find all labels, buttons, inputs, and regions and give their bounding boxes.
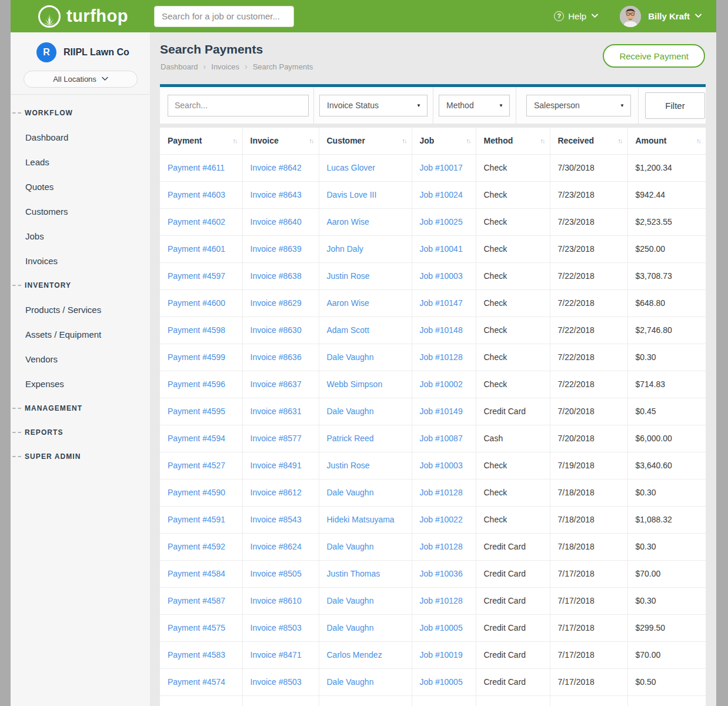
sidebar-item-expenses[interactable]: Expenses [11,371,150,396]
payment-link[interactable]: Payment #4590 [160,479,242,506]
method-select[interactable]: Method ▼ [439,95,510,116]
invoice-link[interactable]: Invoice #8640 [242,208,319,235]
invoice-link[interactable]: Invoice #8638 [242,262,319,289]
sort-icon[interactable]: ↑↓ [466,137,470,144]
payment-link[interactable]: Payment #4527 [160,452,242,479]
invoice-status-select[interactable]: Invoice Status ▼ [319,95,428,116]
invoice-link[interactable]: Invoice #8624 [242,533,319,560]
column-header-method[interactable]: Method↑↓ [476,128,550,154]
invoice-link[interactable]: Invoice #8630 [242,317,319,344]
payment-link[interactable]: Payment #4574 [160,668,242,695]
breadcrumb-item-dashboard[interactable]: Dashboard [161,62,198,71]
invoice-link[interactable]: Invoice #8471 [242,641,319,668]
customer-link[interactable]: Webb Simpson [319,371,412,398]
payment-link[interactable]: Payment #4584 [160,560,242,587]
invoice-link[interactable]: Invoice #8491 [242,452,319,479]
table-search-input[interactable] [168,95,309,116]
sort-icon[interactable]: ↑↓ [309,137,313,144]
job-link[interactable]: Job #10005 [412,614,476,641]
sidebar-section-reports[interactable]: REPORTS [11,420,150,444]
job-link[interactable]: Job #10025 [412,208,476,235]
payment-link[interactable]: Payment #4587 [160,587,242,614]
payment-link[interactable]: Payment #4611 [160,154,242,181]
invoice-link[interactable]: Invoice #8503 [242,614,319,641]
payment-link[interactable]: Payment #4591 [160,506,242,533]
column-header-received[interactable]: Received↑↓ [550,128,627,154]
sidebar-item-products-services[interactable]: Products / Services [11,297,150,322]
invoice-link[interactable]: Invoice #8642 [242,154,319,181]
sort-icon[interactable]: ↑↓ [618,137,622,144]
sidebar-section-inventory[interactable]: INVENTORY [11,273,150,297]
payment-link[interactable]: Payment #4599 [160,344,242,371]
receive-payment-button[interactable]: Receive Payment [603,44,705,68]
job-link[interactable]: Job #10003 [412,262,476,289]
invoice-link[interactable]: Invoice #8636 [242,344,319,371]
global-search-input[interactable] [154,6,294,27]
column-header-job[interactable]: Job↑↓ [412,128,476,154]
breadcrumb-item-invoices[interactable]: Invoices [211,62,239,71]
job-link[interactable]: Job #10003 [412,452,476,479]
sidebar-item-leads[interactable]: Leads [11,149,150,174]
column-header-amount[interactable]: Amount↑↓ [627,128,706,154]
payment-link[interactable]: Payment #4595 [160,398,242,425]
sidebar-item-customers[interactable]: Customers [11,199,150,224]
payment-link[interactable]: Payment #4575 [160,614,242,641]
help-menu[interactable]: ? Help [554,11,597,21]
payment-link[interactable]: Payment #4603 [160,181,242,208]
user-avatar[interactable] [620,6,641,27]
customer-link[interactable]: Justin Thomas [319,560,412,587]
customer-link[interactable]: Justin Rose [319,452,412,479]
job-link[interactable]: Job #10128 [412,533,476,560]
invoice-link[interactable]: Invoice #8543 [242,506,319,533]
customer-link[interactable]: Dale Vaughn [319,398,412,425]
customer-link[interactable]: Aaron Wise [319,208,412,235]
job-link[interactable]: Job #10019 [412,641,476,668]
user-menu-chevron-icon[interactable] [695,14,701,19]
location-selector[interactable]: All Locations [24,71,138,88]
job-link[interactable]: Job #10036 [412,560,476,587]
sort-icon[interactable]: ↑↓ [540,137,545,144]
sort-icon[interactable]: ↑↓ [402,137,406,144]
payment-link[interactable]: Payment #4601 [160,235,242,262]
invoice-link[interactable]: Invoice #8612 [242,479,319,506]
job-link[interactable]: Job #10022 [412,506,476,533]
customer-link[interactable]: Dale Vaughn [319,614,412,641]
job-link[interactable]: Job #10148 [412,317,476,344]
customer-link[interactable]: Dale Vaughn [319,344,412,371]
sidebar-item-assets-equipment[interactable]: Assets / Equipment [11,322,150,347]
sort-icon[interactable]: ↑↓ [233,137,237,144]
customer-link[interactable]: Justin Rose [319,262,412,289]
customer-link[interactable]: John Daly [319,235,412,262]
job-link[interactable]: Job #10017 [412,154,476,181]
invoice-link[interactable]: Invoice #8503 [242,668,319,695]
job-link[interactable]: Job #10041 [412,235,476,262]
invoice-link[interactable]: Invoice #8639 [242,235,319,262]
customer-link[interactable]: Dale Vaughn [319,479,412,506]
company-selector[interactable]: R RIIPL Lawn Co [36,42,150,62]
invoice-link[interactable]: Invoice #8505 [242,560,319,587]
customer-link[interactable]: Adam Scott [319,317,412,344]
sort-icon[interactable]: ↑↓ [696,137,700,144]
customer-link[interactable]: Patrick Reed [319,425,412,452]
customer-link[interactable]: Hideki Matsuyama [319,506,412,533]
sidebar-section-workflow[interactable]: WORKFLOW [11,101,150,125]
customer-link[interactable]: Davis Love III [319,181,412,208]
job-link[interactable]: Job #10147 [412,289,476,317]
sidebar-item-quotes[interactable]: Quotes [11,174,150,199]
customer-link[interactable]: Dale Vaughn [319,668,412,695]
job-link[interactable]: Job #10024 [412,181,476,208]
job-link[interactable]: Job #10128 [412,344,476,371]
customer-link[interactable]: Carlos Mendez [319,641,412,668]
job-link[interactable]: Job #10128 [412,587,476,614]
filter-button[interactable]: Filter [645,92,705,119]
column-header-payment[interactable]: Payment↑↓ [160,128,242,154]
job-link[interactable]: Job #10087 [412,425,476,452]
customer-link[interactable]: Dale Vaughn [319,533,412,560]
job-link[interactable]: Job #10128 [412,479,476,506]
customer-link[interactable]: Dale Vaughn [319,587,412,614]
sidebar-item-vendors[interactable]: Vendors [11,347,150,371]
payment-link[interactable]: Payment #4602 [160,208,242,235]
payment-link[interactable]: Payment #4596 [160,371,242,398]
payment-link[interactable]: Payment #4594 [160,425,242,452]
column-header-customer[interactable]: Customer↑↓ [319,128,412,154]
